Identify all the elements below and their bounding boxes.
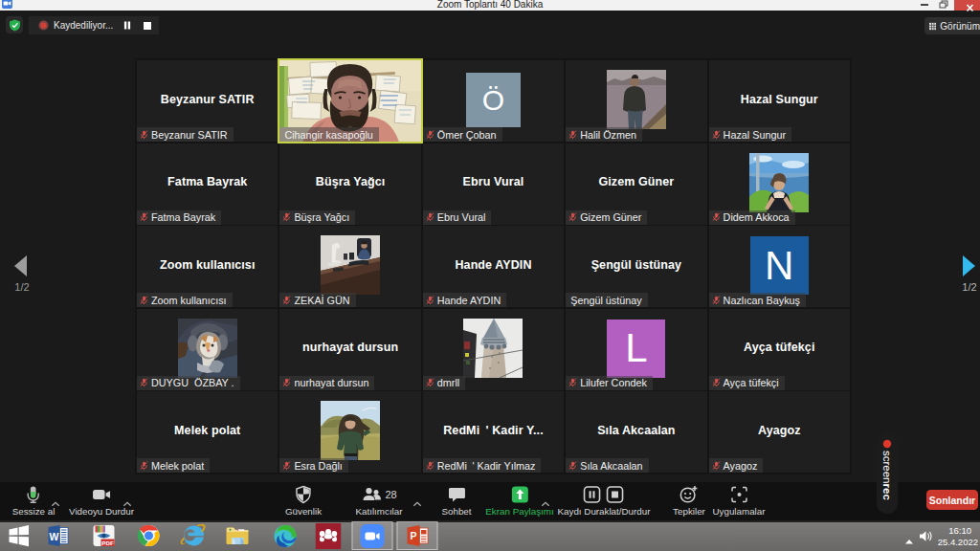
svg-text:P: P <box>410 530 416 541</box>
svg-text:W: W <box>50 531 59 542</box>
svg-text:screenrec: screenrec <box>881 451 893 500</box>
svg-text:PDF: PDF <box>101 540 114 546</box>
